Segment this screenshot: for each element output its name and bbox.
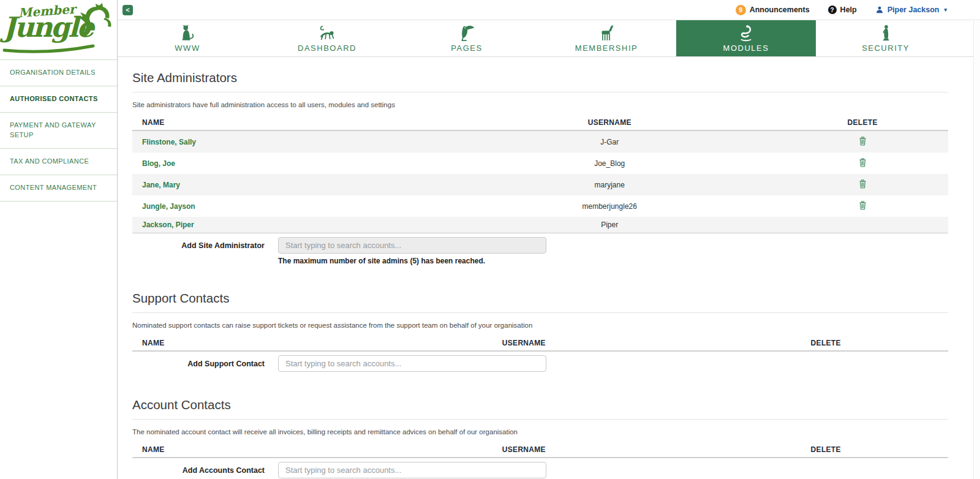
table-row: Jackson, PiperPiper <box>132 217 948 233</box>
add-accounts-contact-input[interactable] <box>278 462 546 478</box>
add-row: Add Site Administrator <box>132 237 948 254</box>
delete-button[interactable] <box>858 157 868 168</box>
section-title: Support Contacts <box>132 291 948 313</box>
tab-pages[interactable]: PAGES <box>397 20 537 56</box>
user-menu[interactable]: Piper Jackson ▾ <box>875 6 947 14</box>
user-icon <box>875 6 884 14</box>
member-name-link[interactable]: Jane, Mary <box>142 181 180 189</box>
member-name-link[interactable]: Jungle, Jayson <box>142 202 195 211</box>
tiger-icon <box>178 24 197 42</box>
tab-www[interactable]: WWW <box>118 20 257 56</box>
column-header-username: USERNAME <box>344 339 703 347</box>
announcements-count-badge: 9 <box>736 5 746 15</box>
username-cell: maryjane <box>442 181 777 189</box>
column-header-username: USERNAME <box>344 445 703 454</box>
help-button[interactable]: ? Help <box>828 6 857 14</box>
sidebar-item-payment-and-gateway-setup[interactable]: PAYMENT AND GATEWAY SETUP <box>0 113 117 149</box>
tab-dashboard[interactable]: DASHBOARD <box>257 20 397 56</box>
scrollbar[interactable] <box>973 21 980 479</box>
username-cell: Piper <box>442 221 777 229</box>
column-header-name: NAME <box>132 339 344 347</box>
add-label: Add Support Contact <box>132 360 265 368</box>
toucan-icon <box>457 24 477 42</box>
sidebar-item-tax-and-compliance[interactable]: TAX AND COMPLIANCE <box>0 149 117 175</box>
username-cell: J-Gar <box>442 138 777 146</box>
main-tabstrip: WWWDASHBOARDPAGESMEMBERSHIPMODULESSECURI… <box>118 20 980 57</box>
topbar: < 9 Announcements ? Help Piper Jackson ▾ <box>118 0 980 20</box>
section-account-contacts: Account Contacts The nominated account c… <box>132 398 948 478</box>
logo-swoosh <box>2 44 96 54</box>
add-support-contact-input[interactable] <box>278 355 546 372</box>
announcements-label: Announcements <box>750 6 810 14</box>
table-body: Flinstone, SallyJ-GarBlog, JoeJoe_BlogJa… <box>132 131 948 233</box>
table-row: Jungle, Jaysonmemberjungle26 <box>132 195 948 217</box>
add-row: Add Support Contact <box>132 355 948 372</box>
section-site-administrators: Site Administrators Site administrators … <box>132 70 948 265</box>
trash-icon <box>858 200 868 211</box>
help-label: Help <box>840 6 857 14</box>
tab-modules[interactable]: MODULES <box>676 20 816 56</box>
delete-button[interactable] <box>858 135 868 147</box>
section-support-contacts: Support Contacts Nominated support conta… <box>132 291 948 372</box>
delete-button[interactable] <box>858 200 868 211</box>
section-title: Account Contacts <box>132 398 948 420</box>
chevron-down-icon: ▾ <box>944 7 947 13</box>
sidebar-item-authorised-contacts[interactable]: AUTHORISED CONTACTS <box>0 86 117 113</box>
tab-membership[interactable]: MEMBERSHIP <box>537 20 676 56</box>
monkey-icon <box>317 24 337 42</box>
zebra-icon <box>597 24 616 42</box>
cobra-icon <box>736 24 756 42</box>
leaping-tiger-icon <box>77 1 116 42</box>
help-icon: ? <box>828 6 837 14</box>
column-header-name: NAME <box>132 445 344 454</box>
add-label: Add Site Administrator <box>132 241 265 250</box>
main-area: < 9 Announcements ? Help Piper Jackson ▾… <box>118 0 980 479</box>
delete-button[interactable] <box>858 178 868 190</box>
back-button[interactable]: < <box>123 5 133 15</box>
announcements-button[interactable]: 9 Announcements <box>736 5 810 15</box>
table-row: Jane, Marymaryjane <box>132 174 948 195</box>
column-header-delete: DELETE <box>777 118 948 127</box>
table-header: NAME USERNAME DELETE <box>132 115 948 131</box>
table-row: Blog, JoeJoe_Blog <box>132 153 948 174</box>
max-admins-note: The maximum number of site admins (5) ha… <box>278 257 948 265</box>
table-row: Flinstone, SallyJ-Gar <box>132 131 948 153</box>
user-name: Piper Jackson <box>888 6 940 14</box>
username-cell: memberjungle26 <box>442 202 777 211</box>
section-title: Site Administrators <box>132 70 948 92</box>
column-header-delete: DELETE <box>703 339 948 347</box>
content: Site Administrators Site administrators … <box>118 57 980 479</box>
sidebar-item-content-management[interactable]: CONTENT MANAGEMENT <box>0 175 117 202</box>
trash-icon <box>858 157 868 168</box>
meerkat-icon <box>876 24 895 42</box>
member-name-link[interactable]: Jackson, Piper <box>142 221 194 229</box>
tab-security[interactable]: SECURITY <box>816 20 956 56</box>
trash-icon <box>858 178 868 190</box>
table-header: NAME USERNAME DELETE <box>132 335 948 352</box>
section-description: Site administrators have full administra… <box>132 101 948 108</box>
add-site-administrator-input[interactable] <box>278 237 546 254</box>
table-header: NAME USERNAME DELETE <box>132 442 948 458</box>
member-name-link[interactable]: Flinstone, Sally <box>142 138 196 146</box>
app: Member Jungle ORGANISATION DETAILSAUTHOR… <box>0 0 980 479</box>
member-name-link[interactable]: Blog, Joe <box>142 159 175 168</box>
add-row: Add Accounts Contact <box>132 462 948 478</box>
section-description: Nominated support contacts can raise sup… <box>132 322 948 329</box>
section-description: The nominated account contact will recei… <box>132 428 948 436</box>
topbar-right: 9 Announcements ? Help Piper Jackson ▾ <box>736 5 947 15</box>
memberjungle-logo[interactable]: Member Jungle <box>0 0 117 59</box>
sidebar: Member Jungle ORGANISATION DETAILSAUTHOR… <box>0 0 118 479</box>
column-header-name: NAME <box>132 118 442 127</box>
trash-icon <box>858 135 868 147</box>
sidebar-item-organisation-details[interactable]: ORGANISATION DETAILS <box>0 59 117 86</box>
column-header-username: USERNAME <box>442 118 777 127</box>
add-label: Add Accounts Contact <box>132 466 265 475</box>
username-cell: Joe_Blog <box>442 159 777 168</box>
sidebar-nav: ORGANISATION DETAILSAUTHORISED CONTACTSP… <box>0 59 117 202</box>
column-header-delete: DELETE <box>703 445 948 454</box>
